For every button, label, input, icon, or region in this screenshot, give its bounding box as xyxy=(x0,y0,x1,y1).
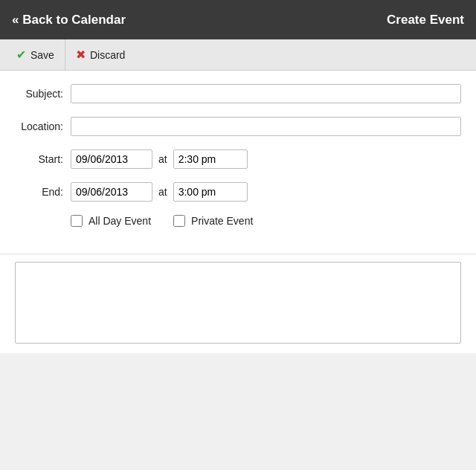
start-label: Start: xyxy=(15,153,71,165)
notes-area xyxy=(0,254,476,353)
all-day-label: All Day Event xyxy=(89,215,151,227)
x-icon: ✖ xyxy=(76,48,86,62)
discard-button[interactable]: ✖ Discard xyxy=(65,39,135,70)
private-event-checkbox-item[interactable]: Private Event xyxy=(173,215,253,227)
location-label: Location: xyxy=(15,120,71,132)
page-title: Create Event xyxy=(387,13,464,28)
end-at-label: at xyxy=(158,186,167,198)
subject-input[interactable] xyxy=(71,84,461,103)
discard-label: Discard xyxy=(90,49,125,61)
all-day-checkbox[interactable] xyxy=(71,215,83,227)
location-input[interactable] xyxy=(71,117,461,136)
notes-textarea[interactable] xyxy=(15,262,461,344)
subject-row: Subject: xyxy=(15,84,461,103)
subject-label: Subject: xyxy=(15,88,71,100)
start-at-label: at xyxy=(158,153,167,165)
private-label: Private Event xyxy=(191,215,253,227)
end-time-input[interactable] xyxy=(173,182,248,202)
check-icon: ✔ xyxy=(16,48,26,62)
location-row: Location: xyxy=(15,117,461,136)
start-date-input[interactable] xyxy=(71,149,152,169)
all-day-checkbox-item[interactable]: All Day Event xyxy=(71,215,151,227)
save-label: Save xyxy=(30,49,54,61)
back-to-calendar-button[interactable]: « Back to Calendar xyxy=(12,13,126,28)
private-event-checkbox[interactable] xyxy=(173,215,185,227)
end-label: End: xyxy=(15,186,71,198)
form-area: Subject: Location: Start: at End: at All… xyxy=(0,71,476,254)
header: « Back to Calendar Create Event xyxy=(0,0,476,39)
start-time-input[interactable] xyxy=(173,149,248,169)
start-row: Start: at xyxy=(15,149,461,169)
end-date-input[interactable] xyxy=(71,182,152,202)
save-button[interactable]: ✔ Save xyxy=(6,39,65,70)
checkbox-row: All Day Event Private Event xyxy=(71,215,461,227)
end-row: End: at xyxy=(15,182,461,202)
toolbar: ✔ Save ✖ Discard xyxy=(0,39,476,71)
